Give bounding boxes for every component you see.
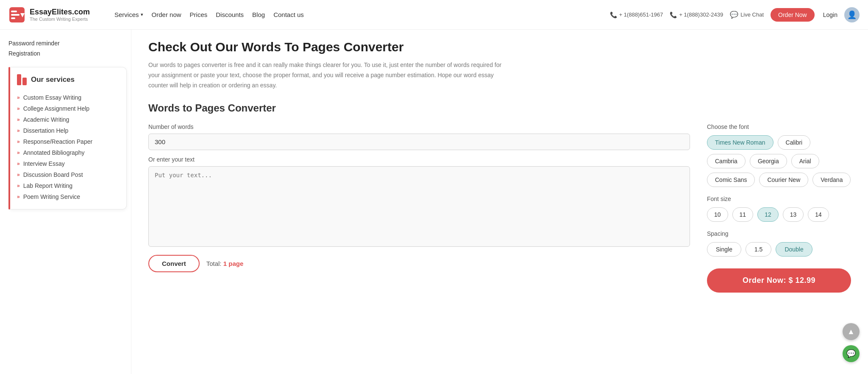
chevron-right-icon: » [17,150,20,156]
phone-icon-2: 📞 [670,11,677,18]
size-button[interactable]: 12 [757,207,779,222]
service-list-item[interactable]: »Lab Report Writing [17,180,120,191]
converter-area: Number of words Or enter your text Conve… [148,123,851,293]
svg-rect-1 [11,11,17,12]
page-body: Password reminder Registration Our servi… [0,30,868,374]
avatar: 👤 [844,7,860,22]
logo-icon [8,6,25,23]
services-list: »Custom Essay Writing»College Assignment… [17,92,120,202]
words-label: Number of words [148,123,690,130]
font-label: Choose the font [707,123,851,130]
svg-rect-3 [11,17,15,19]
font-button[interactable]: Verdana [812,173,851,187]
main-content: Check Out Our Words To Pages Converter O… [131,30,868,374]
spacing-label: Spacing [707,230,851,237]
font-button[interactable]: Calibri [778,135,811,150]
size-label: Font size [707,195,851,202]
sidebar: Password reminder Registration Our servi… [0,30,131,374]
phone2[interactable]: 📞 + 1(888)302-2439 [670,11,723,18]
converter-title: Words to Pages Converter [148,102,851,114]
spacing-buttons: Single1.5Double [707,242,851,257]
service-list-item[interactable]: »Academic Writing [17,114,120,125]
spacing-button[interactable]: Double [776,242,812,257]
password-reminder-link[interactable]: Password reminder [8,38,127,48]
phone1[interactable]: 📞 + 1(888)651-1967 [610,11,663,18]
main-nav: Services ▾ Order now Prices Discounts Bl… [114,11,610,18]
size-button[interactable]: 10 [707,207,728,222]
size-button[interactable]: 14 [808,207,829,222]
size-buttons: 1011121314 [707,207,851,222]
page-title: Check Out Our Words To Pages Converter [148,40,851,54]
service-list-item[interactable]: »Response/Reaction Paper [17,136,120,147]
service-list-item[interactable]: »Dissertation Help [17,125,120,136]
login-link[interactable]: Login [823,11,837,18]
nav-services[interactable]: Services ▾ [114,11,143,18]
chevron-right-icon: » [17,161,20,167]
svg-rect-2 [11,14,19,16]
nav-contact[interactable]: Contact us [273,11,304,18]
spacing-button[interactable]: Single [707,242,741,257]
font-button[interactable]: Cambria [707,154,746,168]
chevron-right-icon: » [17,95,20,100]
font-button[interactable]: Comic Sans [707,173,755,187]
size-button[interactable]: 11 [732,207,754,222]
chevron-right-icon: » [17,106,20,112]
service-list-item[interactable]: »Discussion Board Post [17,169,120,180]
chat-icon: 💬 [730,11,738,19]
logo-sub: The Custom Writing Experts [30,17,90,22]
chevron-right-icon: » [17,172,20,178]
font-button[interactable]: Arial [791,154,819,168]
phone-icon-1: 📞 [610,11,617,18]
chevron-right-icon: » [17,117,20,123]
chevron-right-icon: » [17,183,20,189]
font-button[interactable]: Times New Roman [707,135,773,150]
nav-discounts[interactable]: Discounts [216,11,244,18]
services-title: Our services [31,75,75,84]
nav-order[interactable]: Order now [152,11,181,18]
chevron-right-icon: » [17,194,20,200]
text-area[interactable] [148,166,690,247]
live-chat[interactable]: 💬 Live Chat [730,11,764,19]
total-pages: 1 page [223,260,244,267]
chevron-right-icon: » [17,139,20,145]
convert-button[interactable]: Convert [148,255,200,272]
services-icon [17,74,27,85]
chevron-down-icon: ▾ [141,12,143,17]
font-buttons: Times New RomanCalibriCambriaGeorgiaAria… [707,135,851,187]
registration-link[interactable]: Registration [8,48,127,59]
service-list-item[interactable]: »Custom Essay Writing [17,92,120,103]
services-header: Our services [17,74,120,85]
total-text: Total: 1 page [206,260,244,267]
service-list-item[interactable]: »College Assignment Help [17,103,120,114]
order-now-button[interactable]: Order Now: $ 12.99 [707,268,851,293]
converter-left: Number of words Or enter your text Conve… [148,123,690,272]
nav-blog[interactable]: Blog [252,11,265,18]
spacing-button[interactable]: 1.5 [746,242,771,257]
convert-row: Convert Total: 1 page [148,255,690,272]
nav-prices[interactable]: Prices [190,11,208,18]
size-button[interactable]: 13 [783,207,804,222]
service-list-item[interactable]: »Interview Essay [17,158,120,169]
header-order-now-button[interactable]: Order Now [771,8,815,22]
services-box: Our services »Custom Essay Writing»Colle… [10,67,127,209]
scroll-to-top-button[interactable]: ▲ [843,323,860,340]
sidebar-auth-links: Password reminder Registration [8,38,127,59]
font-button[interactable]: Georgia [750,154,787,168]
chevron-right-icon: » [17,128,20,134]
converter-right: Choose the font Times New RomanCalibriCa… [707,123,851,293]
header-right: 📞 + 1(888)651-1967 📞 + 1(888)302-2439 💬 … [610,7,860,22]
logo-area: EssayElites.com The Custom Writing Exper… [8,6,97,23]
font-button[interactable]: Courier New [759,173,808,187]
words-input[interactable] [148,134,690,150]
logo-name: EssayElites.com [30,8,90,17]
page-description: Our words to pages converter is free and… [148,60,513,90]
chat-float-button[interactable]: 💬 [843,345,860,362]
or-label: Or enter your text [148,156,690,163]
service-list-item[interactable]: »Poem Writing Service [17,191,120,202]
service-list-item[interactable]: »Annotated Bibliography [17,147,120,158]
header: EssayElites.com The Custom Writing Exper… [0,0,868,30]
